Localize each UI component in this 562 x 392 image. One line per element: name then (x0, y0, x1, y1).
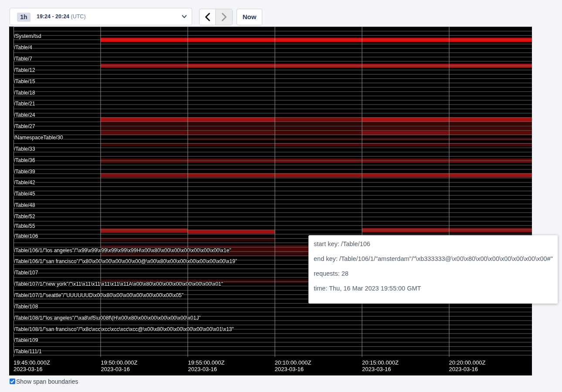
svg-text:/Table/7: /Table/7 (14, 56, 32, 62)
svg-text:/Table/109: /Table/109 (14, 337, 38, 343)
svg-text:/Table/107: /Table/107 (14, 270, 38, 276)
svg-text:/Table/106/1/"los angeles"/"\x: /Table/106/1/"los angeles"/"\x99\x99\x99… (14, 247, 231, 253)
svg-text:2023-03-16: 2023-03-16 (449, 366, 478, 372)
svg-text:/Table/15: /Table/15 (14, 78, 35, 84)
svg-text:2023-03-16: 2023-03-16 (188, 366, 217, 372)
svg-text:19:50:00.000Z: 19:50:00.000Z (101, 359, 138, 366)
svg-text:19:55:00.000Z: 19:55:00.000Z (188, 359, 225, 366)
svg-text:/Table/24: /Table/24 (14, 112, 35, 118)
svg-text:/Table/107/1/"new york"/"\x11\: /Table/107/1/"new york"/"\x11\x11\x11\x1… (14, 281, 223, 287)
svg-text:/Table/55: /Table/55 (14, 223, 35, 229)
svg-text:/Table/106: /Table/106 (14, 233, 38, 239)
svg-text:/Table/42: /Table/42 (14, 179, 35, 186)
svg-text:2023-03-16: 2023-03-16 (362, 366, 391, 372)
svg-text:19:45:00.000Z: 19:45:00.000Z (14, 359, 50, 366)
svg-text:/Table/108/1/"san francisco"/": /Table/108/1/"san francisco"/"\x8c\xcc\x… (14, 326, 234, 332)
svg-text:/Table/48: /Table/48 (14, 202, 35, 208)
svg-text:/Table/33: /Table/33 (14, 146, 35, 152)
svg-text:20:10:00.000Z: 20:10:00.000Z (275, 359, 311, 366)
svg-text:/System/tsd: /System/tsd (14, 33, 41, 39)
svg-text:/Table/111/1: /Table/111/1 (14, 348, 42, 355)
svg-text:2023-03-16: 2023-03-16 (101, 366, 130, 372)
svg-text:/Table/18: /Table/18 (14, 90, 35, 96)
svg-text:/Table/12: /Table/12 (14, 67, 35, 73)
svg-text:/Table/4: /Table/4 (14, 44, 32, 51)
svg-text:/NamespaceTable/30: /NamespaceTable/30 (14, 135, 63, 141)
svg-text:/Table/108: /Table/108 (14, 304, 38, 310)
svg-text:/Table/45: /Table/45 (14, 191, 35, 197)
svg-text:/Table/39: /Table/39 (14, 169, 35, 175)
svg-text:/Table/52: /Table/52 (14, 213, 35, 220)
svg-text:/Table/106/1/"san francisco"/": /Table/106/1/"san francisco"/"\x80\x00\x… (14, 258, 237, 264)
svg-text:/Table/108/1/"los angeles"/"\x: /Table/108/1/"los angeles"/"\xa8\xf5\u00… (14, 315, 201, 321)
svg-text:/Table/36: /Table/36 (14, 157, 35, 163)
svg-text:/Table/21: /Table/21 (14, 101, 35, 107)
svg-text:/Table/27: /Table/27 (14, 123, 35, 129)
svg-text:2023-03-16: 2023-03-16 (275, 366, 304, 372)
svg-text:20:15:00.000Z: 20:15:00.000Z (362, 359, 399, 366)
svg-text:/Table/107/1/"seattle"/"UUUUUU: /Table/107/1/"seattle"/"UUUUUUD\x00\x80\… (14, 292, 183, 298)
svg-text:20:20:00.000Z: 20:20:00.000Z (449, 359, 486, 366)
svg-text:2023-03-16: 2023-03-16 (14, 366, 43, 372)
